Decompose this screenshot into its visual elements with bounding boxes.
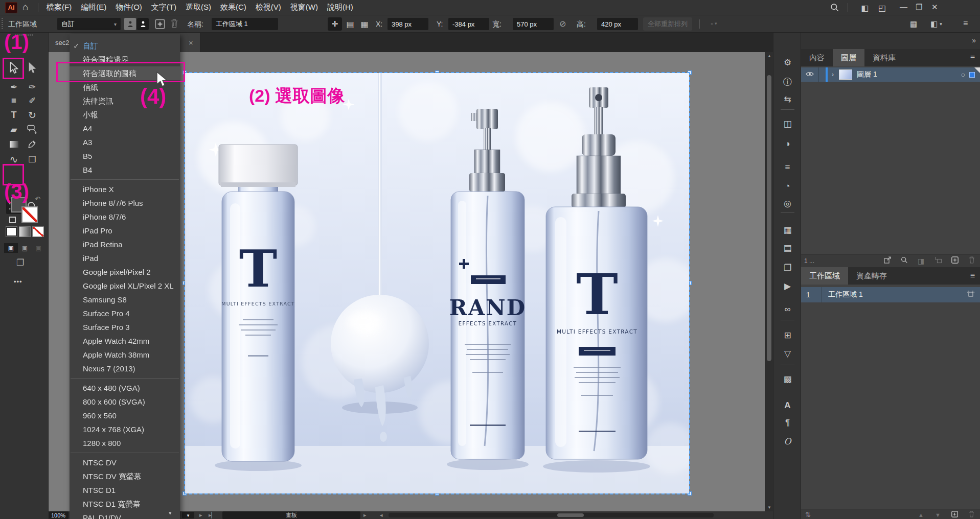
variables-icon[interactable]: ⇆ [773, 94, 802, 105]
clipping-mask-icon[interactable]: ◨ [913, 257, 929, 265]
preset-item-a3[interactable]: A3 [70, 135, 180, 149]
layer-thumbnail[interactable] [839, 69, 852, 80]
curvature-tool[interactable]: ✑ [25, 79, 40, 95]
preset-item-b5[interactable]: B5 [70, 149, 180, 163]
rectangle-tool[interactable]: ■ [6, 93, 21, 108]
artboard-row[interactable]: 1 工作區域 1 [801, 287, 980, 302]
delete-layer-icon[interactable] [963, 256, 980, 266]
preset-item-samsung-s8[interactable]: Samsung S8 [70, 293, 180, 306]
preset-item-surface-pro3[interactable]: Surface Pro 3 [70, 320, 180, 334]
panel-drag-handle[interactable] [2, 18, 3, 30]
restore-button[interactable]: ❐ [916, 3, 922, 12]
gradient-tool[interactable] [6, 136, 21, 152]
last-artboard-icon[interactable]: ▸▏ [209, 512, 216, 518]
new-artboard-icon[interactable] [946, 510, 963, 519]
scroll-up-icon[interactable]: ▲ [767, 54, 771, 58]
collapse-panels-icon[interactable]: » [972, 36, 976, 44]
artboard-name[interactable]: 工作區域 1 [828, 290, 863, 299]
layer-name[interactable]: 圖層 1 [857, 70, 877, 79]
pattern-icon[interactable]: ▩ [773, 374, 802, 385]
locate-object-icon[interactable] [896, 256, 913, 266]
layer-row[interactable]: › 圖層 1 ○ [801, 67, 980, 82]
transparency-icon[interactable]: ◑ [773, 139, 802, 149]
zoom-level[interactable]: 100% [49, 511, 69, 519]
menu-scroll-down-icon[interactable]: ▾ [169, 510, 172, 516]
shape-builder-tool[interactable]: ❒ [25, 152, 40, 167]
layer-target-icon[interactable]: ○ [961, 70, 965, 79]
y-input[interactable]: -384 px [448, 18, 489, 30]
preset-dropdown[interactable]: 自訂 ▾ [57, 18, 121, 30]
actions-icon[interactable]: ▶ [773, 281, 802, 292]
preset-item-1280x800[interactable]: 1280 x 800 [70, 436, 180, 450]
menu-type[interactable]: 文字(T) [147, 3, 181, 12]
move-down-icon[interactable]: ▼ [929, 512, 946, 518]
type-tool[interactable]: T [6, 107, 21, 123]
menu-object[interactable]: 物件(O) [111, 3, 147, 12]
preset-item-pixel2xl[interactable]: Google pixel XL/Pixel 2 XL [70, 279, 180, 293]
swap-fill-stroke-icon[interactable]: ↶ [35, 195, 40, 203]
default-colors-icon[interactable] [9, 217, 16, 223]
home-icon[interactable]: ⌂ [22, 2, 28, 13]
horizontal-scrollbar[interactable] [389, 513, 714, 517]
preset-item-ntsc-dv-wide[interactable]: NTSC DV 寬螢幕 [70, 469, 180, 483]
hscroll-left-icon[interactable]: ◂ [380, 512, 383, 518]
app-icon[interactable]: Ai [5, 2, 17, 13]
preset-item-ntsc-d1-wide[interactable]: NTSC D1 寬螢幕 [70, 497, 180, 511]
preset-item-xga[interactable]: 1024 x 768 (XGA) [70, 422, 180, 436]
preset-item-ipad-retina[interactable]: iPad Retina [70, 238, 180, 251]
paintbrush-tool[interactable]: ✐ [25, 93, 40, 108]
status-display[interactable]: 畫板 [222, 511, 360, 519]
move-up-icon[interactable]: ▲ [913, 512, 929, 518]
vertical-scrollbar[interactable]: ▲ ▼ [765, 52, 773, 511]
preset-item-iphone-876plus[interactable]: iPhone 8/7/6 Plus [70, 196, 180, 210]
preset-item-b4[interactable]: B4 [70, 163, 180, 177]
tab-libraries[interactable]: 資料庫 [864, 49, 904, 66]
preset-item-iphone-876[interactable]: iPhone 8/7/6 [70, 210, 180, 224]
none-button[interactable] [33, 227, 43, 237]
move-artwork-toggle[interactable]: ✛ [328, 17, 342, 31]
eraser-tool[interactable]: ▰ [6, 122, 21, 137]
pen-tool[interactable]: ✒ [6, 79, 21, 95]
shaper-tool[interactable] [25, 122, 40, 137]
collect-for-export-icon[interactable] [879, 256, 896, 266]
panel-menu-icon[interactable]: ≡ [965, 267, 980, 285]
search-icon[interactable] [830, 3, 839, 14]
scrollbar-thumb[interactable] [767, 75, 771, 361]
symbols-icon[interactable]: ▦ [773, 225, 802, 235]
stroke-icon[interactable]: ≡ [773, 162, 802, 173]
edit-toolbar-icon[interactable]: ••• [14, 278, 22, 286]
layout-grid-icon[interactable]: ◧ [861, 3, 869, 13]
preset-item-tabloid[interactable]: 小報 [70, 108, 180, 122]
height-input[interactable]: 420 px [597, 18, 638, 30]
panel-menu-icon[interactable]: ≡ [965, 49, 980, 66]
new-artboard-button[interactable] [155, 19, 165, 31]
grid-snap-dropdown[interactable]: ▫ ▾ [711, 19, 717, 28]
menu-file[interactable]: 檔案(F) [42, 3, 76, 12]
close-tab-icon[interactable]: × [189, 38, 193, 47]
stroke-swatch[interactable] [21, 206, 38, 223]
preset-item-nexus7[interactable]: Nexus 7 (2013) [70, 362, 180, 375]
menu-effect[interactable]: 效果(C) [216, 3, 251, 12]
screen-mode-icon[interactable]: ❐ [16, 257, 24, 268]
artboard-nav-dropdown[interactable]: ▾ [182, 512, 194, 518]
workspace-switcher[interactable]: ◧ ▾ [930, 19, 942, 29]
minimize-button[interactable]: — [900, 2, 907, 11]
visibility-toggle[interactable] [801, 70, 818, 79]
next-artboard-icon[interactable]: ▸ [199, 512, 202, 518]
menu-view[interactable]: 檢視(V) [251, 3, 286, 12]
preset-item-pal-d1dv[interactable]: PAL D1/DV [70, 511, 180, 519]
artboard-page-icon[interactable] [967, 290, 975, 300]
arrange-documents-icon[interactable]: ▦ [910, 19, 917, 29]
menu-select[interactable]: 選取(S) [181, 3, 216, 12]
gradient-button[interactable] [19, 227, 30, 237]
menu-edit[interactable]: 編輯(E) [76, 3, 111, 12]
preset-item-ipad[interactable]: iPad [70, 251, 180, 265]
filter-icon[interactable]: ▽ [773, 348, 802, 359]
info-icon[interactable]: ⓘ [773, 76, 802, 88]
preset-item-surface-pro4[interactable]: Surface Pro 4 [70, 306, 180, 320]
preset-item-pixel2[interactable]: Google pixel/Pixel 2 [70, 265, 180, 279]
layers-icon[interactable]: ❐ [773, 263, 802, 273]
preset-item-960x560[interactable]: 960 x 560 [70, 409, 180, 422]
rearrange-grid-icon[interactable]: ▦ [358, 17, 371, 31]
opentype-icon[interactable]: O [773, 436, 802, 446]
